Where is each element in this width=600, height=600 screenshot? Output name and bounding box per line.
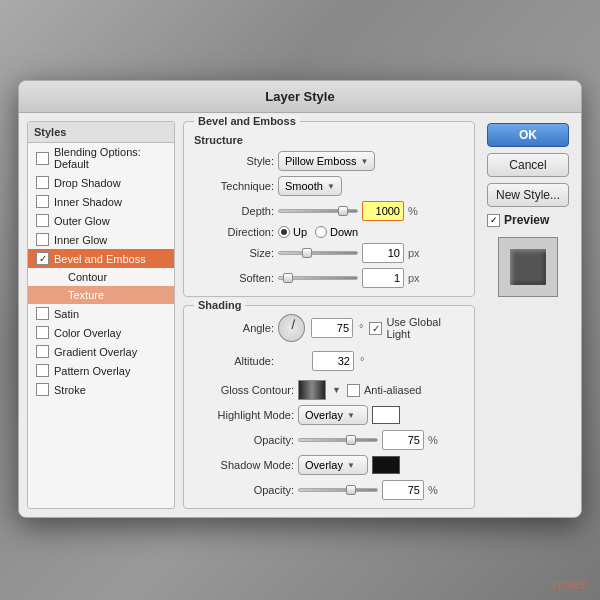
title-text: Layer Style [265,89,334,104]
new-style-button[interactable]: New Style... [487,183,569,207]
checkbox-outer_glow[interactable] [36,214,49,227]
soften-input[interactable] [362,268,404,288]
structure-sublabel: Structure [194,134,464,146]
depth-slider[interactable] [278,209,358,213]
sidebar-item-contour[interactable]: Contour [28,268,174,286]
sidebar-item-blending[interactable]: Blending Options: Default [28,143,174,173]
direction-up-item[interactable]: Up [278,226,307,238]
sidebar-item-pattern_overlay[interactable]: Pattern Overlay [28,361,174,380]
direction-group: Up Down [278,226,358,238]
ok-button[interactable]: OK [487,123,569,147]
shading-label: Shading [194,299,245,311]
highlight-arrow: ▼ [347,411,355,420]
size-row: Size: px [194,243,464,263]
sidebar-item-gradient_overlay[interactable]: Gradient Overlay [28,342,174,361]
checkbox-color_overlay[interactable] [36,326,49,339]
technique-arrow: ▼ [327,182,335,191]
shadow-arrow: ▼ [347,461,355,470]
depth-input[interactable] [362,201,404,221]
shadow-opacity-slider[interactable] [298,488,378,492]
direction-row: Direction: Up Down [194,226,464,238]
sidebar-item-bevel_emboss[interactable]: Bevel and Emboss [28,249,174,268]
opacity-label-s: Opacity: [194,484,294,496]
shadow-color[interactable] [372,456,400,474]
style-arrow: ▼ [361,157,369,166]
checkbox-bevel_emboss[interactable] [36,252,49,265]
structure-section: Bevel and Emboss Structure Style: Pillow… [183,121,475,297]
style-row: Style: Pillow Emboss ▼ [194,151,464,171]
style-value: Pillow Emboss [285,155,357,167]
global-light-checkbox[interactable] [369,322,382,335]
sidebar-item-outer_glow[interactable]: Outer Glow [28,211,174,230]
altitude-label: Altitude: [194,355,274,367]
layer-style-dialog: Layer Style Styles Blending Options: Def… [18,80,582,518]
highlight-opacity-input[interactable] [382,430,424,450]
technique-label: Technique: [194,180,274,192]
size-input[interactable] [362,243,404,263]
sidebar-item-satin[interactable]: Satin [28,304,174,323]
soften-thumb [283,273,293,283]
gloss-contour-preview[interactable] [298,380,326,400]
label-stroke: Stroke [54,384,86,396]
opacity-label-h: Opacity: [194,434,294,446]
sidebar-item-drop_shadow[interactable]: Drop Shadow [28,173,174,192]
size-label: Size: [194,247,274,259]
checkbox-stroke[interactable] [36,383,49,396]
global-light-label: Use Global Light [386,316,464,340]
checkbox-gradient_overlay[interactable] [36,345,49,358]
soften-slider[interactable] [278,276,358,280]
direction-down-radio[interactable] [315,226,327,238]
direction-up-radio[interactable] [278,226,290,238]
label-outer_glow: Outer Glow [54,215,110,227]
sidebar-item-stroke[interactable]: Stroke [28,380,174,399]
direction-up-label: Up [293,226,307,238]
depth-row: Depth: % [194,201,464,221]
style-label: Style: [194,155,274,167]
depth-unit: % [408,205,418,217]
highlight-opacity-slider[interactable] [298,438,378,442]
watermark: 乃力盒子 [552,579,588,592]
anti-aliased-checkbox[interactable] [347,384,360,397]
preview-label: Preview [504,213,549,227]
checkbox-blending[interactable] [36,152,49,165]
checkbox-pattern_overlay[interactable] [36,364,49,377]
technique-dropdown[interactable]: Smooth ▼ [278,176,342,196]
sidebar-item-inner_glow[interactable]: Inner Glow [28,230,174,249]
angle-input[interactable] [311,318,353,338]
gloss-dropdown-arrow[interactable]: ▼ [332,385,341,395]
direction-down-label: Down [330,226,358,238]
shadow-dropdown[interactable]: Overlay ▼ [298,455,368,475]
section-bevel-label: Bevel and Emboss [194,115,300,127]
label-blending: Blending Options: Default [54,146,166,170]
label-satin: Satin [54,308,79,320]
checkbox-drop_shadow[interactable] [36,176,49,189]
checkbox-inner_glow[interactable] [36,233,49,246]
global-light-row: Use Global Light [369,316,464,340]
checkbox-inner_shadow[interactable] [36,195,49,208]
angle-indicator [291,319,295,329]
shadow-opacity-input[interactable] [382,480,424,500]
sidebar-item-color_overlay[interactable]: Color Overlay [28,323,174,342]
highlight-opacity-row: Opacity: % [194,430,464,450]
label-inner_shadow: Inner Shadow [54,196,122,208]
angle-dial[interactable] [278,314,305,342]
highlight-dropdown[interactable]: Overlay ▼ [298,405,368,425]
size-slider[interactable] [278,251,358,255]
styles-panel: Styles Blending Options: DefaultDrop Sha… [27,121,175,509]
soften-unit: px [408,272,420,284]
anti-aliased-label: Anti-aliased [364,384,421,396]
size-unit: px [408,247,420,259]
size-thumb [302,248,312,258]
checkbox-satin[interactable] [36,307,49,320]
cancel-button[interactable]: Cancel [487,153,569,177]
style-dropdown[interactable]: Pillow Emboss ▼ [278,151,375,171]
label-color_overlay: Color Overlay [54,327,121,339]
sidebar-item-texture[interactable]: Texture [28,286,174,304]
preview-checkbox[interactable]: ✓ [487,214,500,227]
highlight-color[interactable] [372,406,400,424]
dialog-title: Layer Style [19,81,581,113]
direction-down-item[interactable]: Down [315,226,358,238]
label-bevel_emboss: Bevel and Emboss [54,253,146,265]
altitude-input[interactable] [312,351,354,371]
sidebar-item-inner_shadow[interactable]: Inner Shadow [28,192,174,211]
